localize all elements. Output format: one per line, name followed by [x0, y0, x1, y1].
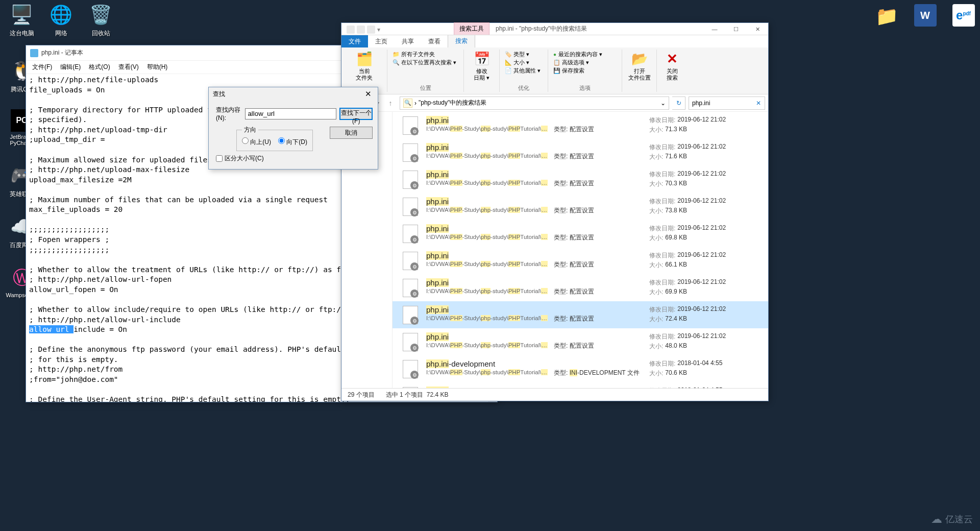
- search-result-item[interactable]: ⚙php.iniI:\DVWA\PHP-Study\php-study\PHPT…: [393, 301, 768, 328]
- size-label: 大小:: [649, 153, 663, 161]
- ribbon-other-attr[interactable]: 📄 其他属性 ▾: [505, 67, 541, 75]
- search-result-item[interactable]: ⚙php.iniI:\DVWA\PHP-Study\php-study\PHPT…: [393, 112, 768, 139]
- moddate-label: 修改日期:: [649, 251, 675, 260]
- qat-icon[interactable]: [367, 26, 375, 34]
- status-selected: 选中 1 个项目 72.4 KB: [386, 391, 449, 399]
- search-result-item[interactable]: ⚙php.iniI:\DVWA\PHP-Study\php-study\PHPT…: [393, 274, 768, 301]
- refresh-button[interactable]: ↻: [672, 96, 685, 110]
- exp-minimize-button[interactable]: —: [704, 23, 725, 35]
- search-result-item[interactable]: ⚙php.iniI:\DVWA\PHP-Study\php-study\PHPT…: [393, 220, 768, 247]
- case-checkbox[interactable]: [216, 155, 223, 162]
- ribbon-advanced[interactable]: 📋 高级选项 ▾: [553, 59, 602, 66]
- exp-close-button[interactable]: ✕: [747, 23, 768, 35]
- ribbon-modify-date[interactable]: 📅 修改日期 ▾: [474, 51, 490, 81]
- size-label: 大小:: [649, 234, 663, 243]
- result-date: 2019-06-12 21:02: [677, 224, 726, 233]
- search-result-item[interactable]: ⚙php.iniI:\DVWA\PHP-Study\php-study\PHPT…: [393, 193, 768, 220]
- result-type: 类型: 配置设置: [554, 224, 643, 242]
- menu-help[interactable]: 帮助(H): [143, 61, 172, 74]
- ribbon-open-location[interactable]: 📂 打开文件位置: [628, 51, 651, 81]
- tab-view[interactable]: 查看: [421, 35, 448, 48]
- radio-up[interactable]: 向上(U): [242, 137, 271, 147]
- crumb-dropdown-icon[interactable]: ⌄: [660, 100, 666, 107]
- tab-file[interactable]: 文件: [341, 35, 368, 48]
- result-path: I:\DVWA\PHP-Study\php-study\PHPTutorial\…: [426, 153, 548, 159]
- menu-file[interactable]: 文件(F): [28, 61, 56, 74]
- result-path: I:\DVWA\PHP-Study\php-study\PHPTutorial\…: [426, 315, 548, 321]
- ribbon-subfolder-item[interactable]: 📁 所有子文件夹: [393, 51, 456, 58]
- size-label: 大小:: [649, 288, 663, 297]
- result-filename: php.ini: [426, 224, 548, 233]
- result-path: I:\DVWA\PHP-Study\php-study\PHPTutorial\…: [426, 369, 548, 375]
- find-input[interactable]: [245, 108, 336, 119]
- result-size: 73.8 KB: [665, 207, 687, 215]
- result-type: 类型: 配置设置: [554, 305, 643, 323]
- qat-dropdown-icon[interactable]: ▾: [377, 26, 380, 33]
- breadcrumb[interactable]: 🔍 › "php-study"中的搜索结果 ⌄: [400, 96, 669, 110]
- qat-icon[interactable]: [347, 26, 355, 34]
- nav-up-button[interactable]: ↑: [384, 97, 397, 109]
- desktop-icon-edge[interactable]: epdf: [944, 4, 980, 29]
- radio-down[interactable]: 向下(D): [278, 137, 307, 147]
- result-date: 2019-06-12 21:02: [677, 197, 726, 206]
- folder-search-icon: 🗂️: [356, 51, 373, 67]
- ribbon-save-search[interactable]: 💾 保存搜索: [553, 67, 602, 75]
- result-path: I:\DVWA\PHP-Study\php-study\PHPTutorial\…: [426, 180, 548, 186]
- ribbon-recent-search[interactable]: ● 最近的搜索内容 ▾: [553, 51, 602, 58]
- find-content-label: 查找内容(N):: [216, 106, 242, 122]
- result-filename: php.ini-production: [426, 387, 548, 388]
- search-result-item[interactable]: ⚙php.ini-productionI:\DVWA\PHP-Study\php…: [393, 382, 768, 388]
- search-result-item[interactable]: ⚙php.iniI:\DVWA\PHP-Study\php-study\PHPT…: [393, 328, 768, 355]
- menu-edit[interactable]: 编辑(E): [56, 61, 85, 74]
- menu-view[interactable]: 查看(V): [114, 61, 143, 74]
- status-count: 29 个项目: [348, 391, 375, 399]
- search-tools-tab[interactable]: 搜索工具: [454, 22, 489, 35]
- desktop-icon-recycle[interactable]: 🗑️回收站: [82, 3, 120, 38]
- find-titlebar[interactable]: 查找 ✕: [209, 87, 378, 101]
- find-cancel-button[interactable]: 取消: [330, 127, 373, 139]
- address-bar-row: ← → ▾ ↑ 🔍 › "php-study"中的搜索结果 ⌄ ↻ php.in…: [341, 94, 768, 112]
- exp-maximize-button[interactable]: ☐: [725, 23, 747, 35]
- file-icon: ⚙: [401, 305, 420, 325]
- ribbon-search-again[interactable]: 🔍 在以下位置再次搜索 ▾: [393, 59, 456, 66]
- desktop-icon-word[interactable]: W: [906, 4, 944, 29]
- result-size: 71.6 KB: [665, 153, 687, 161]
- find-dialog: 查找 ✕ 查找内容(N): 查找下一个(F) 方向 向上(U) 向下(D) 区分…: [208, 87, 378, 170]
- tab-share[interactable]: 共享: [395, 35, 421, 48]
- desktop-icon-computer[interactable]: 🖥️这台电脑: [3, 3, 41, 38]
- moddate-label: 修改日期:: [649, 224, 675, 233]
- search-results: ⚙php.iniI:\DVWA\PHP-Study\php-study\PHPT…: [393, 112, 768, 388]
- status-bar: 29 个项目 选中 1 个项目 72.4 KB: [341, 388, 768, 401]
- file-icon: ⚙: [401, 278, 420, 298]
- moddate-label: 修改日期:: [649, 305, 675, 314]
- result-type: 类型: INI-PRODUCTION 文件: [554, 387, 643, 388]
- ribbon-all-subfolders[interactable]: 🗂️ 当前文件夹: [356, 51, 373, 81]
- tab-search[interactable]: 搜索: [448, 34, 475, 49]
- result-date: 2019-06-12 21:02: [677, 251, 726, 260]
- clear-search-icon[interactable]: ✕: [753, 100, 764, 107]
- desktop-icon-folder[interactable]: 📁: [868, 4, 906, 31]
- moddate-label: 修改日期:: [649, 278, 675, 287]
- menu-format[interactable]: 格式(O): [85, 61, 114, 74]
- tab-home[interactable]: 主页: [368, 35, 395, 48]
- desktop-icon-network[interactable]: 🌐网络: [42, 3, 80, 38]
- ribbon-close-search[interactable]: ✕ 关闭搜索: [664, 51, 680, 81]
- ribbon-type[interactable]: 🏷️ 类型 ▾: [505, 51, 541, 58]
- search-result-item[interactable]: ⚙php.iniI:\DVWA\PHP-Study\php-study\PHPT…: [393, 139, 768, 166]
- result-path: I:\DVWA\PHP-Study\php-study\PHPTutorial\…: [426, 126, 548, 132]
- explorer-window: ▾ 搜索工具 php.ini - "php-study"中的搜索结果 — ☐ ✕…: [341, 22, 769, 401]
- search-result-item[interactable]: ⚙php.ini-developmentI:\DVWA\PHP-Study\ph…: [393, 355, 768, 382]
- result-date: 2019-06-12 21:02: [677, 116, 726, 125]
- search-result-item[interactable]: ⚙php.iniI:\DVWA\PHP-Study\php-study\PHPT…: [393, 166, 768, 193]
- find-close-button[interactable]: ✕: [363, 89, 374, 99]
- qat-icon[interactable]: [357, 26, 365, 34]
- folder-open-icon: 📂: [631, 51, 648, 67]
- file-icon: ⚙: [401, 251, 420, 271]
- moddate-label: 修改日期:: [649, 143, 675, 152]
- result-filename: php.ini: [426, 170, 548, 179]
- search-result-item[interactable]: ⚙php.iniI:\DVWA\PHP-Study\php-study\PHPT…: [393, 247, 768, 274]
- find-next-button[interactable]: 查找下一个(F): [339, 108, 373, 120]
- explorer-searchbox[interactable]: php.ini ✕: [689, 96, 765, 110]
- notepad-icon: [30, 49, 38, 57]
- ribbon-size[interactable]: 📐 大小 ▾: [505, 59, 541, 66]
